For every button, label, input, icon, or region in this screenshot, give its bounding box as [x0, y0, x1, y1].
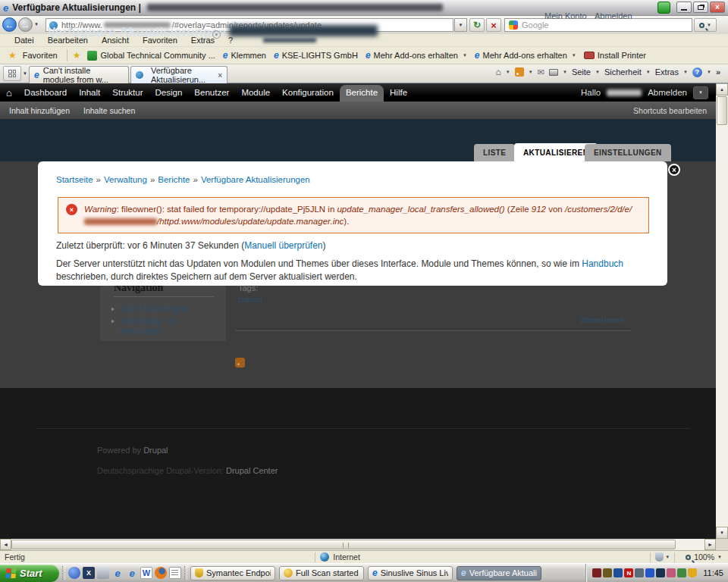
home-icon[interactable]: ⌂ [496, 67, 501, 77]
shortcut-add-content[interactable]: Inhalt hinzufügen [9, 106, 70, 115]
taskbar-button-verfuegbare[interactable]: e Verfügbare Aktualisie... [457, 566, 541, 580]
zoom-control[interactable]: 100% ▼ [686, 552, 722, 562]
scroll-left-button[interactable]: ◄ [0, 539, 11, 550]
history-dropdown-icon[interactable]: ▼ [34, 22, 39, 27]
overlay-tab-einstellungen[interactable]: EINSTELLUNGEN [585, 144, 671, 161]
mail-icon[interactable]: ✉ [538, 67, 544, 77]
shortcut-search-content[interactable]: Inhalte suchen [83, 106, 135, 115]
quick-tabs-button[interactable] [3, 66, 21, 81]
tray-icon-5[interactable] [635, 568, 644, 577]
breadcrumb-current[interactable]: Verfügbare Aktualisierungen [201, 175, 310, 184]
favorite-link-3[interactable]: e KSE-LIGHTS GmbH [270, 48, 362, 62]
taskbar-button-fullscan[interactable]: Full Scan started on 2... [279, 566, 364, 580]
start-button[interactable]: Start [0, 565, 59, 582]
breadcrumb-berichte[interactable]: Berichte [158, 175, 190, 184]
toolbar-benutzer[interactable]: Benutzer [188, 84, 235, 101]
taskbar-button-symantec[interactable]: Symantec Endpoint P... [190, 566, 275, 580]
toolbar-inhalt[interactable]: Inhalt [73, 84, 106, 101]
horizontal-scrollbar[interactable]: ◄ ► [0, 539, 716, 550]
quick-launch-messenger-icon[interactable] [68, 567, 80, 579]
search-options-icon[interactable]: ▼ [707, 23, 711, 27]
favorite-link-1[interactable]: Global Technical Community ... [83, 49, 218, 62]
stop-button[interactable]: × [486, 18, 501, 32]
toolbar-struktur[interactable]: Struktur [106, 84, 149, 101]
overflow-chevron-icon[interactable]: » [716, 67, 720, 77]
toolbar-grip[interactable] [62, 566, 65, 580]
nav-link-newsfeeds[interactable]: Sammlung von Newsfeeds [120, 315, 202, 336]
header-logout-link[interactable]: Abmelden [595, 11, 632, 20]
tray-icon-1[interactable] [592, 568, 601, 577]
tab-close-icon[interactable]: × [218, 71, 222, 80]
tray-icon-2[interactable] [603, 568, 612, 577]
quick-launch-ie-icon[interactable]: e [111, 567, 124, 579]
account-link[interactable]: Mein Konto [544, 11, 587, 20]
scroll-up-button[interactable]: ▲ [716, 83, 728, 95]
toolbar-grip[interactable] [184, 566, 187, 580]
info-icon[interactable] [212, 30, 221, 39]
overlay-close-button[interactable]: × [668, 164, 680, 176]
horizontal-scroll-thumb[interactable] [11, 540, 676, 549]
print-dropdown-icon[interactable]: ▼ [563, 70, 567, 74]
command-security[interactable]: Sicherheit [604, 67, 642, 77]
toolbar-konfiguration[interactable]: Konfiguration [276, 84, 340, 101]
nav-link-add-content[interactable]: Inhalt hinzufügen [120, 303, 187, 314]
toolbar-hilfe[interactable]: Hilfe [384, 84, 413, 101]
toolbar-module[interactable]: Module [235, 84, 276, 101]
vertical-scrollbar[interactable]: ▲ ▼ [716, 83, 728, 539]
help-icon[interactable]: ? [692, 67, 702, 77]
drupal-link[interactable]: Drupal [143, 446, 168, 455]
taskbar-button-sinuslive[interactable]: e Sinuslive Sinus Live B... [368, 566, 453, 580]
quick-launch-window-icon[interactable] [97, 567, 109, 579]
tag-link-bauen[interactable]: bauen [238, 295, 262, 304]
back-button[interactable]: ← [2, 17, 17, 32]
address-dropdown-button[interactable]: ▼ [454, 18, 467, 32]
close-button[interactable]: × [710, 2, 725, 13]
refresh-button[interactable]: ↻ [469, 18, 485, 32]
tab-cant-install[interactable]: e Can't installe modules from w... [29, 66, 129, 83]
shortcut-edit[interactable]: Shortcuts bearbeiten [633, 106, 707, 115]
toolbar-toggle-button[interactable]: ▼ [693, 86, 708, 99]
tray-icon-6[interactable] [645, 568, 654, 577]
breadcrumb-startseite[interactable]: Startseite [56, 175, 93, 184]
scroll-down-button[interactable]: ▼ [716, 527, 728, 539]
favorite-link-2[interactable]: e Klemmen [219, 48, 270, 62]
tabs-dropdown-icon[interactable]: ▼ [23, 71, 27, 76]
command-extras[interactable]: Extras [655, 67, 679, 77]
favorite-link-6[interactable]: Install Printer [580, 49, 650, 61]
tab-verfuegbare-aktualisierungen[interactable]: Verfügbare Aktualisierun... × [130, 66, 228, 83]
protected-mode-icon[interactable] [655, 552, 664, 562]
scroll-right-button[interactable]: ► [704, 539, 716, 550]
minimize-button[interactable] [676, 2, 692, 13]
vertical-scroll-thumb[interactable] [717, 96, 727, 125]
toolbar-berichte[interactable]: Berichte [340, 85, 384, 102]
rss-feed-icon[interactable] [235, 358, 245, 368]
quick-launch-word-icon[interactable]: W [140, 567, 152, 579]
favorite-link-4[interactable]: e Mehr Add-ons erhalten ▼ [362, 48, 471, 62]
read-more-link[interactable]: Weiterlesen [576, 315, 624, 324]
toolbar-dashboard[interactable]: Dashboard [18, 84, 73, 101]
tray-icon-9[interactable] [677, 568, 686, 577]
tray-icon-norton[interactable]: N [624, 568, 633, 577]
add-favorite-icon[interactable]: ★ [73, 50, 81, 61]
quick-launch-firefox-icon[interactable] [155, 567, 167, 579]
menu-datei[interactable]: Datei [8, 34, 41, 46]
chevron-down-icon[interactable]: ▼ [665, 555, 670, 559]
rss-icon[interactable] [515, 67, 524, 77]
restore-button[interactable] [693, 2, 708, 13]
quick-launch-notepad-icon[interactable] [169, 567, 181, 579]
favorite-link-5[interactable]: e Mehr Add-ons erhalten ▼ [471, 48, 580, 62]
tray-icon-3[interactable] [613, 568, 623, 577]
drupal-center-link[interactable]: Drupal Center [226, 466, 278, 475]
search-button[interactable]: ▼ [694, 18, 717, 32]
toolbar-design[interactable]: Design [149, 84, 189, 101]
quick-launch-x-app-icon[interactable]: X [83, 567, 95, 579]
drupal-home-icon[interactable]: ⌂ [6, 87, 12, 99]
tray-shield-icon[interactable] [688, 568, 697, 577]
favorites-button[interactable]: ★ Favoriten [5, 48, 61, 62]
rss-dropdown-icon[interactable]: ▼ [529, 70, 533, 74]
command-page[interactable]: Seite [572, 67, 591, 77]
tray-icon-7[interactable] [656, 568, 665, 577]
quick-launch-ie2-icon[interactable]: e [126, 567, 138, 579]
handbook-link[interactable]: Handbuch [582, 258, 623, 269]
tray-icon-8[interactable] [667, 568, 676, 577]
